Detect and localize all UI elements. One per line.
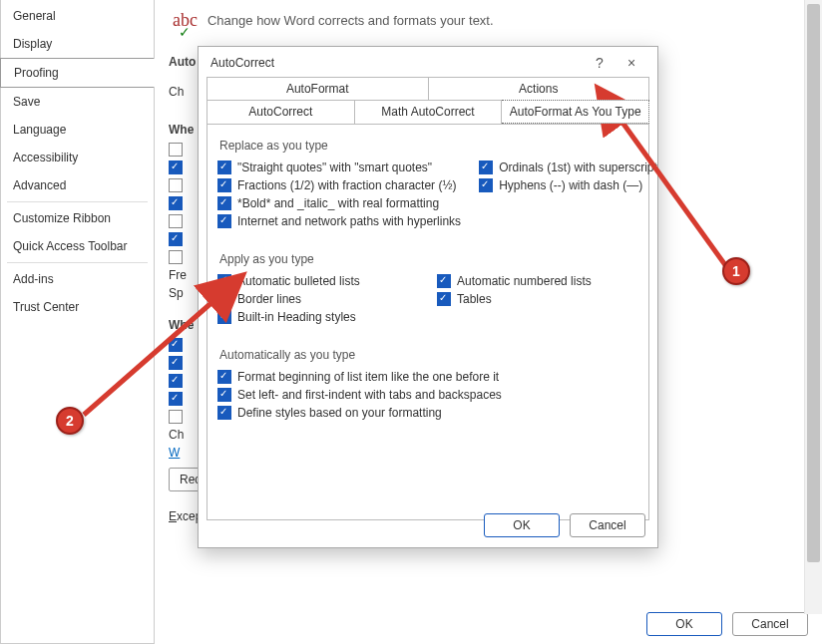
option-label: Internet and network paths with hyperlin… xyxy=(237,214,461,228)
page-subtitle: Change how Word corrects and formats you… xyxy=(207,13,494,28)
checkbox[interactable] xyxy=(169,214,183,228)
option-row: Tables xyxy=(437,290,638,308)
option-label: Fractions (1/2) with fraction character … xyxy=(237,178,456,192)
checkbox[interactable] xyxy=(217,370,231,384)
option-row: Define styles based on your formatting xyxy=(217,404,638,422)
option-row: Built-in Heading styles xyxy=(217,308,419,326)
checkbox[interactable] xyxy=(169,338,183,352)
group-apply-label: Apply as you type xyxy=(219,252,638,266)
sidebar-item-accessibility[interactable]: Accessibility xyxy=(1,144,154,171)
sidebar-separator xyxy=(7,262,148,263)
sidebar-item-general[interactable]: General xyxy=(1,2,154,30)
option-row: Format beginning of list item like the o… xyxy=(217,368,638,386)
checkbox[interactable] xyxy=(169,196,183,210)
checkbox[interactable] xyxy=(217,292,231,306)
checkbox[interactable] xyxy=(217,388,231,402)
checkbox[interactable] xyxy=(217,196,231,210)
checkbox[interactable] xyxy=(169,356,183,370)
tab-autoformat[interactable]: AutoFormat xyxy=(206,77,429,100)
sidebar-item-language[interactable]: Language xyxy=(1,116,154,144)
option-label: "Straight quotes" with "smart quotes" xyxy=(237,161,432,174)
group-replace-label: Replace as you type xyxy=(219,139,638,153)
tab-autoformat-as-you-type[interactable]: AutoFormat As You Type xyxy=(502,100,649,124)
option-label: Ordinals (1st) with superscript xyxy=(499,161,657,174)
checkbox[interactable] xyxy=(479,178,493,192)
checkbox[interactable] xyxy=(217,274,231,288)
option-label: Automatic numbered lists xyxy=(457,274,592,288)
checkbox[interactable] xyxy=(217,310,231,324)
option-label: Hyphens (--) with dash (—) xyxy=(499,178,642,192)
option-label: Border lines xyxy=(237,292,301,306)
tab-actions[interactable]: Actions xyxy=(429,77,650,100)
checkbox[interactable] xyxy=(169,178,183,192)
sidebar-item-add-ins[interactable]: Add-ins xyxy=(1,265,154,293)
option-row: *Bold* and _italic_ with real formatting xyxy=(217,194,461,212)
dialog-ok-button[interactable]: OK xyxy=(484,513,560,537)
checkbox[interactable] xyxy=(217,178,231,192)
writing-style-link[interactable]: W xyxy=(169,446,180,460)
sidebar-item-display[interactable]: Display xyxy=(1,30,154,58)
option-row: Automatic bulleted lists xyxy=(217,272,419,290)
checkbox[interactable] xyxy=(169,232,183,246)
checkbox[interactable] xyxy=(217,214,231,228)
sidebar-item-customize-ribbon[interactable]: Customize Ribbon xyxy=(1,204,154,232)
checkbox[interactable] xyxy=(169,392,183,406)
checkbox[interactable] xyxy=(479,161,493,174)
vertical-scrollbar[interactable] xyxy=(804,0,822,614)
tab-autocorrect[interactable]: AutoCorrect xyxy=(206,100,355,124)
checkbox[interactable] xyxy=(217,406,231,420)
scrollbar-thumb[interactable] xyxy=(807,4,820,562)
proofing-icon: abc xyxy=(169,10,198,31)
checkbox[interactable] xyxy=(437,274,451,288)
sidebar-item-advanced[interactable]: Advanced xyxy=(1,171,154,199)
sidebar-item-trust-center[interactable]: Trust Center xyxy=(1,293,154,321)
option-label: Define styles based on your formatting xyxy=(237,406,442,420)
option-label: Tables xyxy=(457,292,492,306)
option-label: *Bold* and _italic_ with real formatting xyxy=(237,196,439,210)
option-row: Border lines xyxy=(217,290,419,308)
tab-math-autocorrect[interactable]: Math AutoCorrect xyxy=(355,100,503,124)
sidebar-item-save[interactable]: Save xyxy=(1,88,154,116)
sidebar-separator xyxy=(7,201,148,202)
options-sidebar: GeneralDisplayProofingSaveLanguageAccess… xyxy=(0,0,155,644)
option-row: "Straight quotes" with "smart quotes" xyxy=(217,159,461,176)
checkbox[interactable] xyxy=(169,374,183,388)
option-label: Set left- and first-indent with tabs and… xyxy=(237,388,502,402)
checkbox[interactable] xyxy=(217,161,231,174)
option-row: Set left- and first-indent with tabs and… xyxy=(217,386,638,404)
help-button[interactable]: ? xyxy=(584,55,616,71)
option-row: Internet and network paths with hyperlin… xyxy=(217,212,461,230)
checkbox[interactable] xyxy=(169,143,183,157)
option-label: Built-in Heading styles xyxy=(237,310,356,324)
option-row: Hyphens (--) with dash (—) xyxy=(479,176,657,194)
autocorrect-dialog: AutoCorrect ? × AutoFormat Actions AutoC… xyxy=(198,46,658,548)
dialog-cancel-button[interactable]: Cancel xyxy=(570,513,645,537)
option-row: Fractions (1/2) with fraction character … xyxy=(217,176,461,194)
option-row: Automatic numbered lists xyxy=(437,272,638,290)
sidebar-item-quick-access-toolbar[interactable]: Quick Access Toolbar xyxy=(1,232,154,260)
option-label: Format beginning of list item like the o… xyxy=(237,370,499,384)
cancel-button[interactable]: Cancel xyxy=(732,612,808,636)
option-row: Ordinals (1st) with superscript xyxy=(479,159,657,176)
close-button[interactable]: × xyxy=(616,55,647,71)
dialog-title: AutoCorrect xyxy=(210,56,274,70)
ok-button[interactable]: OK xyxy=(646,612,722,636)
checkbox[interactable] xyxy=(169,161,183,174)
option-label: Automatic bulleted lists xyxy=(237,274,360,288)
checkbox[interactable] xyxy=(169,410,183,424)
checkbox[interactable] xyxy=(169,250,183,264)
sidebar-item-proofing[interactable]: Proofing xyxy=(0,58,155,88)
group-auto-label: Automatically as you type xyxy=(219,348,638,362)
checkbox[interactable] xyxy=(437,292,451,306)
